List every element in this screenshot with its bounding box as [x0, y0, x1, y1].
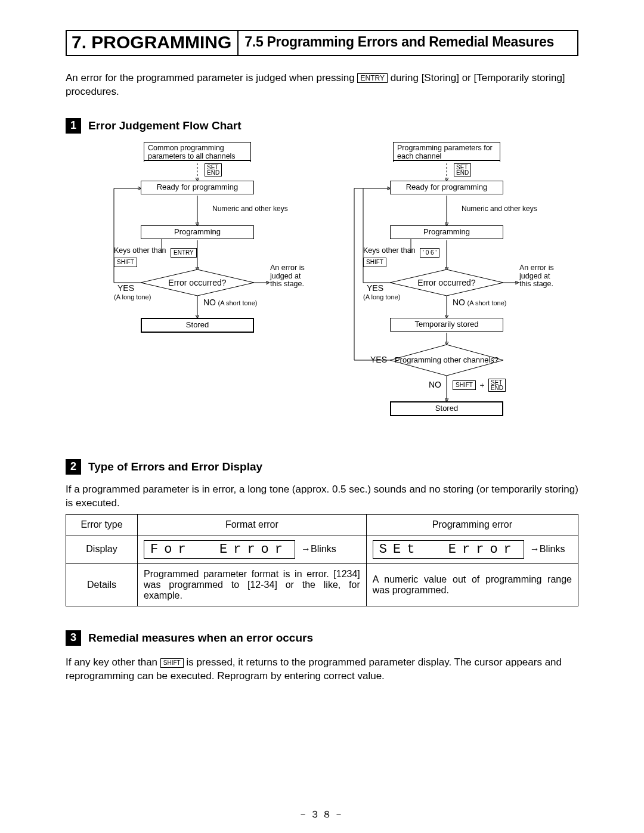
- fr-error-q: Error occurred?: [390, 270, 503, 296]
- td-format-display: For Error →Blinks: [138, 535, 367, 563]
- intro-paragraph: An error for the programmed parameter is…: [66, 72, 578, 99]
- fl-no: NO: [203, 298, 216, 307]
- fr-tempstored-box: Temporarily stored: [390, 318, 503, 332]
- section-title: 7.5 Programming Errors and Remedial Meas…: [239, 31, 560, 55]
- entry-key: ENTRY: [357, 73, 387, 83]
- section-3-title: Remedial measures when an error occurs: [88, 631, 313, 645]
- fr-setend2-bot: END: [491, 385, 503, 391]
- fl-stored-box: Stored: [141, 318, 254, 333]
- fr-yes2: YES: [370, 355, 387, 364]
- chapter-title: 7. PROGRAMMING: [67, 31, 239, 55]
- fr-stored-box: Stored: [390, 401, 503, 416]
- fl-ready-box: Ready for programming: [141, 181, 254, 194]
- td-details-label: Details: [66, 563, 138, 606]
- td-prog-details: A numeric value out of programming range…: [366, 563, 578, 606]
- td-format-details: Programmed parameter format is in error.…: [138, 563, 367, 606]
- th-error-type: Error type: [66, 514, 138, 535]
- th-programming-error: Programming error: [366, 514, 578, 535]
- error-table: Error type Format error Programming erro…: [66, 514, 578, 606]
- s3-shift-key: SHIFT: [160, 658, 184, 668]
- fl-entry-key: ENTRY: [171, 248, 197, 258]
- fl-numkeys: Numeric and other keys: [212, 205, 288, 213]
- section-2-badge: 2: [66, 459, 81, 475]
- fr-setend-key: SET END: [454, 163, 471, 176]
- flowcharts-container: Common programming parameters to all cha…: [66, 142, 578, 440]
- section-2-title: Type of Errors and Error Display: [88, 460, 262, 473]
- td-display-label: Display: [66, 535, 138, 563]
- section-1-badge: 1: [66, 118, 81, 134]
- fr-no: NO: [453, 298, 465, 307]
- fr-stored-text: Stored: [435, 404, 458, 413]
- intro-text-a: An error for the programmed parameter is…: [66, 72, 357, 83]
- fl-ready-text: Ready for programming: [157, 182, 239, 191]
- fr-other-diamond: Programming other channels?: [390, 345, 503, 376]
- section-1-title: Error Judgement Flow Chart: [88, 119, 242, 132]
- fr-top-text: Programming parameters for each channel: [397, 144, 496, 161]
- fr-tempstored-text: Temporarily stored: [415, 320, 479, 329]
- fr-top-underline: [393, 160, 500, 161]
- fl-top-box: Common programming parameters to all cha…: [144, 142, 251, 162]
- fr-shift-setend-row: SHIFT ＋ SET END: [453, 379, 506, 392]
- flowchart-right: Programming parameters for each channel …: [327, 142, 566, 440]
- fl-shift-key: SHIFT: [114, 258, 137, 267]
- fr-keys-other: Keys other than: [363, 247, 416, 255]
- seg-set-error: SEt Error: [373, 540, 524, 559]
- page-header: 7. PROGRAMMING 7.5 Programming Errors an…: [66, 30, 578, 56]
- fr-other-q: Programming other channels?: [390, 345, 503, 376]
- fr-yes-sub: (A long tone): [363, 293, 400, 301]
- fr-setend-bot: END: [456, 170, 469, 175]
- fr-ready-text: Ready for programming: [406, 182, 488, 191]
- s3-text-a: If any key other than: [66, 657, 160, 668]
- fr-top-box: Programming parameters for each channel: [393, 142, 500, 162]
- fl-programming-text: Programming: [174, 227, 221, 236]
- fr-no-sub: (A short tone): [467, 299, 506, 306]
- fr-no2: NO: [429, 380, 441, 389]
- fr-06-display: ' 0 6 ': [420, 248, 439, 258]
- fr-programming-text: Programming: [423, 227, 470, 236]
- fl-setend-key: SET END: [205, 163, 222, 176]
- fr-err-note: An error is judged at this stage.: [519, 264, 561, 289]
- section-3-paragraph: If any key other than SHIFT is pressed, …: [66, 656, 578, 683]
- fr-numkeys: Numeric and other keys: [462, 205, 537, 213]
- fl-err-note: An error is judged at this stage.: [270, 264, 312, 289]
- fl-programming-box: Programming: [141, 225, 254, 239]
- fr-programming-box: Programming: [390, 225, 503, 239]
- fl-yes-sub: (A long tone): [114, 293, 151, 301]
- blinks-1: →Blinks: [301, 544, 336, 555]
- fr-yes: YES: [367, 284, 383, 293]
- fr-no-row: NO (A short tone): [453, 298, 507, 308]
- section-3-heading: 3 Remedial measures when an error occurs: [66, 630, 578, 646]
- seg-for-error: For Error: [144, 540, 295, 559]
- fl-error-q: Error occurred?: [141, 270, 254, 296]
- section-2-heading: 2 Type of Errors and Error Display: [66, 459, 578, 475]
- fr-shift2-key: SHIFT: [453, 380, 476, 390]
- fl-top-underline: [144, 160, 251, 161]
- fr-plus: ＋: [478, 380, 486, 391]
- fl-no-sub: (A short tone): [218, 299, 257, 306]
- section-2-intro: If a programmed parameter is in error, a…: [66, 483, 578, 510]
- fl-keys-other: Keys other than: [114, 247, 166, 255]
- flowchart-left: Common programming parameters to all cha…: [78, 142, 317, 440]
- fl-error-diamond: Error occurred?: [141, 270, 254, 296]
- blinks-2: →Blinks: [530, 544, 565, 555]
- fl-yes: YES: [117, 284, 134, 293]
- page-number: －３８－: [0, 809, 644, 821]
- fl-stored-text: Stored: [186, 320, 209, 329]
- fr-error-diamond: Error occurred?: [390, 270, 503, 296]
- fr-setend2-key: SET END: [488, 379, 506, 392]
- fr-ready-box: Ready for programming: [390, 181, 503, 194]
- fl-setend-bot: END: [207, 170, 219, 175]
- section-3-badge: 3: [66, 630, 81, 646]
- fl-top-text: Common programming parameters to all cha…: [148, 144, 247, 161]
- td-prog-display: SEt Error →Blinks: [366, 535, 578, 563]
- section-1-heading: 1 Error Judgement Flow Chart: [66, 118, 578, 134]
- fl-no-row: NO (A short tone): [203, 298, 258, 308]
- th-format-error: Format error: [138, 514, 367, 535]
- fr-shift-key: SHIFT: [363, 258, 386, 267]
